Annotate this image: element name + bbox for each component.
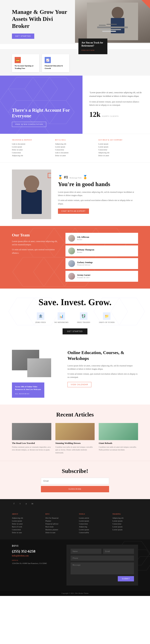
footer-main-link[interactable]: Lorem ipsum [113,526,138,528]
feature-card-1: 💳 No Account Opening or Trading Fees [12,54,39,72]
feature-icon-1: 💳 [15,57,21,63]
footer-main-link[interactable]: Dolor sit amet [12,523,38,525]
footer-main-link[interactable]: Business planner [46,528,71,530]
education-section: Access 100s of Online Video Resources & … [0,343,150,404]
rank-badge: 🏅 #1 Brokerage Firm 🏅 [58,175,138,180]
edu-overlay-card: Access 100s of Online Video Resources & … [12,382,44,398]
linkedin-icon[interactable]: in [30,502,34,506]
footer-link[interactable]: Dolor sit amet [98,154,138,156]
footer-phone: (255) 352-6258 [12,549,56,554]
team-member-role-0: Broker [77,238,89,240]
svg-point-19 [26,188,37,192]
hero-cta-button[interactable]: GET STARTED [12,34,34,39]
rank-label: Brokerage Firm [70,177,81,179]
footer-link[interactable]: Adipiscing elit [55,143,95,145]
good-hands-title: You're in good hands [58,181,138,188]
hero-section: Manage & Grow Your Assets With Divi Brok… [0,0,150,44]
footer-main-link[interactable]: Lorem ipsum [113,520,138,522]
subscribe-email-input[interactable] [41,478,109,484]
feature-card-2: 📈 Financial Education & Growth [42,54,69,72]
svg-point-1 [112,7,124,19]
hero-illustration [87,2,138,40]
invest-feature-2: 💱 Free Trades [77,312,90,323]
footer-main-link[interactable]: ConsecturPat [79,532,105,534]
footer-main-link[interactable]: Lorem ipsum [79,520,105,522]
footer-main-link[interactable]: Dolor in sum [12,532,38,534]
article-img-1 [55,423,95,440]
contact-email-input[interactable] [103,549,134,554]
invest-icon-0: 🏦 [37,312,44,320]
mid-section: There's a Right Account For Everyone FRE… [0,76,150,134]
footer-email[interactable]: hello@divifirm.com [12,554,56,557]
footer-main-link[interactable]: Consectetur [113,523,138,525]
address-label: OFFICE [12,560,56,561]
invest-feature-0: 🏦 Zero Fees [35,312,46,323]
feature-title-1: No Account Opening or Trading Fees [15,64,36,70]
team-member-role-1: Broker [77,251,94,253]
footer-main-link[interactable]: Adipiscing [79,526,105,528]
subscribe-section: Subscribe! SUBSCRIBE [0,461,150,499]
footer-main-link[interactable]: Lorem ipsum [79,528,105,530]
laurel-left: 🏅 [58,175,63,180]
footer-address: 1234 Divi St. #1000 San Francisco, CA 32… [12,562,56,565]
footer-nav-section: TRANSFER & DEPOSIT Link to document Lore… [0,134,150,162]
chat-expert-button[interactable]: CHAT WITH AN EXPERT [58,208,89,214]
team-card-3: Jeremy Garner Founder & CEO [66,271,138,282]
copyright-text: Copyright © 2021 | Divi Broker Theme [62,592,88,594]
twitter-icon[interactable]: t [18,502,22,506]
footer-main-link[interactable]: Back of work [12,526,38,528]
footer-link[interactable]: Lorem ipsum [98,143,138,145]
footer-main-link[interactable]: Lorem article [79,517,105,519]
article-title-2: Giant Reloads [99,442,138,444]
footer-link[interactable]: Adipiscing elit [12,154,52,156]
svg-rect-7 [107,24,117,25]
contact-phone-input[interactable] [71,556,134,561]
footer-main-link[interactable]: Lorem ipsum [12,520,38,522]
footer-main-col-3: TRADING Adipiscing elit Lorem ipsum Cons… [113,513,138,534]
contact-name-input[interactable] [71,549,101,554]
footer-main-link[interactable]: Dolor in sum [46,532,71,534]
footer-col2-title: BUY & SELL [55,139,95,141]
footer-main-link[interactable]: Consectetur [12,528,38,530]
footer-main-link[interactable]: Consectetur [79,523,105,525]
save-invest-cta[interactable]: GET STARTED [63,328,88,334]
footer-link[interactable]: Consectetur [12,152,52,154]
hero-title: Manage & Grow Your Assets With Divi Brok… [12,8,70,30]
footer-main-link[interactable]: Divi for financial [46,517,71,519]
copyright-bar: Copyright © 2021 | Divi Broker Theme [0,591,150,596]
footer-link[interactable]: Lorem ipsum [55,146,95,148]
footer-link[interactable]: Link to document [55,152,95,154]
edu-overlay-link[interactable]: ALL RESOURCES [15,393,29,394]
find-out-link[interactable]: FIND OUT NOW [81,50,95,51]
footer-main-link[interactable]: Real estate [46,526,71,528]
happy-clients-label: HAPPY CLIENTS [102,115,119,117]
footer-link[interactable]: Lorem ipsum [98,146,138,148]
consultation-button[interactable]: FREE 30 MIN CONSULTATION [12,122,46,127]
good-hands-body2: Ut enim ad minim veniam, quis nostrud ex… [58,199,138,205]
footer-link[interactable]: Dolor sit amet [55,154,95,156]
happy-clients: 12k HAPPY CLIENTS [89,110,143,118]
facebook-icon[interactable]: f [12,502,16,506]
footer-link[interactable]: Link to document [12,143,52,145]
footer-link[interactable]: Adipiscing elit [98,152,138,154]
expert-illustration [12,170,51,219]
contact-submit-button[interactable]: SUBMIT [118,576,134,582]
team-member-name-2: Zachary Jennings [77,261,93,264]
footer-main-link[interactable]: Adipiscing elit [12,517,38,519]
footer-main-link[interactable]: Planner [46,520,71,522]
footer-main-link[interactable]: Lorem ipsum [113,528,138,530]
edu-title: Online Education, Courses, & Workshops [68,350,138,362]
footer-link[interactable]: Dolor sit amet [12,149,52,151]
invest-label-2: Free Trades [77,321,90,323]
footer-link[interactable]: Lorem ipsum [12,146,52,148]
team-body2: Ut enim ad minim veniam, quis nostrud ex… [12,248,60,254]
expert-photo [12,170,51,219]
subscribe-button[interactable]: SUBSCRIBE [41,486,109,492]
footer-main-link[interactable]: Adipiscing elit [113,517,138,519]
contact-message-input[interactable] [71,562,134,574]
footer-main-link[interactable]: Financial advisor [46,523,71,525]
footer-link[interactable]: Consectetur [55,149,95,151]
edu-cta-button[interactable]: VIEW CALENDAR [68,382,91,387]
youtube-icon[interactable]: y [24,502,28,506]
footer-link[interactable]: Consectetur [98,149,138,151]
